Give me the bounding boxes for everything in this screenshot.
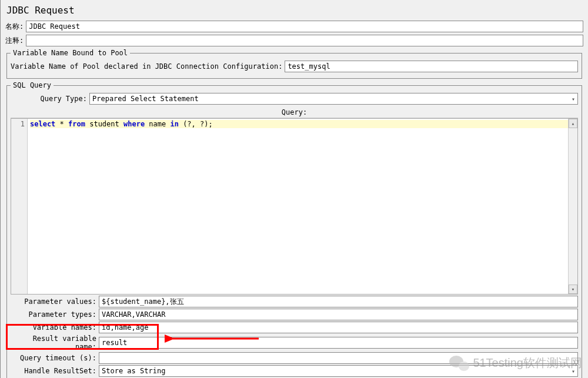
- sql-text: name: [145, 120, 170, 128]
- sql-kw: from: [68, 120, 85, 128]
- variable-names-input[interactable]: [99, 322, 578, 333]
- editor-content[interactable]: select * from student where name in (?, …: [28, 119, 577, 294]
- sql-fieldset: SQL Query Query Type: Prepared Select St…: [6, 81, 582, 378]
- chevron-down-icon: ▾: [572, 96, 575, 102]
- comment-input[interactable]: [26, 35, 583, 46]
- query-header: Query:: [11, 107, 578, 118]
- query-type-label: Query Type:: [11, 95, 87, 103]
- result-var-label: Result variable name:: [11, 334, 99, 351]
- line-number: 1: [14, 120, 25, 128]
- param-types-input[interactable]: [99, 309, 578, 320]
- scroll-up-icon[interactable]: ▴: [569, 119, 577, 128]
- sql-text: *: [55, 120, 68, 128]
- pool-var-input[interactable]: [285, 61, 578, 72]
- query-timeout-input[interactable]: [99, 352, 578, 364]
- scrollbar[interactable]: ▴ ▾: [568, 119, 577, 294]
- pool-fieldset: Variable Name Bound to Pool Variable Nam…: [6, 49, 582, 79]
- scroll-down-icon[interactable]: ▾: [569, 285, 577, 294]
- sql-legend: SQL Query: [11, 81, 54, 89]
- result-var-input[interactable]: [99, 337, 578, 349]
- pool-var-label: Variable Name of Pool declared in JDBC C…: [11, 62, 282, 71]
- comment-label: 注释:: [5, 36, 24, 46]
- chevron-down-icon: ▾: [572, 368, 575, 374]
- handle-resultset-value: Store as String: [102, 367, 165, 375]
- sql-editor[interactable]: 1 select * from student where name in (?…: [11, 118, 578, 295]
- editor-gutter: 1: [11, 119, 28, 294]
- sql-text: (?, ?);: [179, 120, 213, 128]
- sql-kw: where: [123, 120, 145, 128]
- param-types-label: Parameter types:: [11, 310, 99, 319]
- sql-text: student: [85, 120, 123, 128]
- param-values-input[interactable]: [99, 296, 578, 307]
- variable-names-label: Variable names:: [11, 323, 99, 332]
- param-values-label: Parameter values:: [11, 297, 99, 306]
- name-label: 名称:: [5, 22, 24, 32]
- handle-resultset-label: Handle ResultSet:: [11, 367, 99, 375]
- name-input[interactable]: [26, 21, 583, 32]
- sql-kw: select: [30, 120, 55, 128]
- query-type-select[interactable]: Prepared Select Statement ▾: [89, 93, 578, 105]
- sql-kw: in: [170, 120, 178, 128]
- query-type-value: Prepared Select Statement: [92, 95, 199, 103]
- handle-resultset-select[interactable]: Store as String ▾: [99, 365, 578, 377]
- pool-legend: Variable Name Bound to Pool: [11, 49, 130, 57]
- query-timeout-label: Query timeout (s):: [11, 354, 99, 362]
- page-title: JDBC Request: [5, 2, 583, 21]
